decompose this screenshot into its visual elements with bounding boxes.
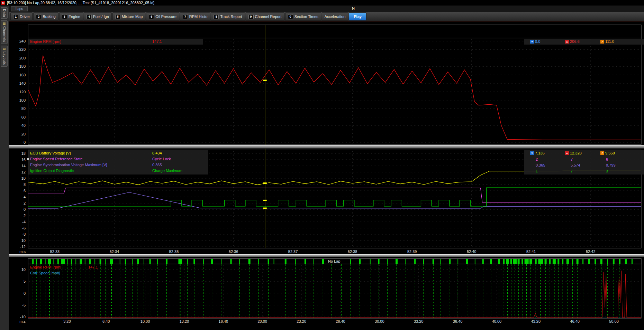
- max-icon: ▲: [565, 151, 569, 155]
- key-9-badge: 9: [248, 14, 254, 19]
- tab-track-report[interactable]: 8Track Report: [211, 12, 245, 21]
- mean-icon: ↗: [600, 151, 604, 155]
- key-7-badge: 7: [183, 14, 188, 19]
- svg-text:16:40: 16:40: [219, 319, 228, 323]
- svg-text:2: 2: [24, 201, 26, 205]
- charts-canvas: 02040608010012014016018020022024052:3352…: [9, 21, 644, 330]
- svg-text:100: 100: [19, 98, 26, 102]
- title-bar: M [53:10.200] No Lap,20:38:02, 16/12/202…: [0, 0, 644, 6]
- min-icon: ▼: [530, 151, 534, 155]
- svg-text:10: 10: [21, 267, 26, 272]
- svg-text:5: 5: [24, 279, 26, 283]
- overview-speed-label[interactable]: Corr Speed [mph]: [30, 271, 60, 275]
- svg-text:0: 0: [24, 207, 26, 211]
- channels-icon: ▦: [3, 22, 6, 25]
- svg-text:-10: -10: [20, 238, 26, 243]
- ref-state-mean: 6: [606, 157, 608, 162]
- sidebar-tab-data[interactable]: Data: [1, 7, 8, 19]
- svg-text:-4: -4: [22, 220, 26, 224]
- svg-text:52:39: 52:39: [407, 249, 417, 254]
- svg-text:52:41: 52:41: [526, 249, 536, 254]
- battery-max-stat: ▲ 12.328: [565, 151, 582, 155]
- channel-label-sync-voltage[interactable]: Engine Synchronisation Voltage Maximum […: [30, 162, 107, 167]
- chart-area: 02040608010012014016018020022024052:3352…: [9, 21, 644, 330]
- svg-text:52:36: 52:36: [229, 249, 238, 254]
- svg-text:6: 6: [24, 189, 26, 193]
- tab-channel-report[interactable]: 9Channel Report: [246, 12, 284, 21]
- ref-state-max: 7: [571, 157, 573, 162]
- svg-text:52:37: 52:37: [288, 249, 298, 254]
- tab-rpm-histo[interactable]: 7RPM Histo: [180, 12, 210, 21]
- svg-text:-5: -5: [22, 303, 26, 307]
- svg-text:52:42: 52:42: [586, 249, 596, 254]
- svg-text:0: 0: [24, 291, 26, 295]
- sidebar-tab-layouts-label: Layouts: [2, 51, 6, 65]
- ign-min: 1: [536, 169, 538, 173]
- tab-acceleration[interactable]: Acceleration: [322, 12, 348, 21]
- svg-text:52:35: 52:35: [169, 249, 179, 254]
- svg-text:4: 4: [24, 195, 26, 199]
- svg-text:200: 200: [19, 56, 26, 60]
- tab-driver[interactable]: 1Driver: [10, 12, 33, 21]
- tab-mixture-map[interactable]: 5Mixture Map: [112, 12, 146, 21]
- sidebar-tab-channels-label: Channels: [2, 26, 6, 42]
- key-8-badge: 8: [214, 14, 219, 19]
- svg-text:220: 220: [19, 47, 26, 51]
- svg-text:-10: -10: [20, 315, 26, 319]
- svg-text:-12: -12: [20, 245, 26, 249]
- lap-indicator: N: [352, 6, 355, 10]
- rpm-channel-label[interactable]: Engine RPM [rpm]: [30, 39, 61, 44]
- ign-mean: 3: [606, 169, 608, 173]
- battery-min-stat: ▼ 7.136: [530, 151, 545, 155]
- channel-label-ref-state[interactable]: Engine Speed Reference State: [30, 157, 83, 161]
- svg-text:26:40: 26:40: [336, 319, 345, 323]
- tab-section-times[interactable]: 0Section Times: [285, 12, 321, 21]
- sidebar-tab-layouts[interactable]: ▤ Layouts: [1, 46, 8, 67]
- channel-value-sync-voltage: 0.365: [152, 162, 162, 167]
- channel-label-ignition-diag[interactable]: Ignition Output Diagnostic: [30, 168, 74, 173]
- rpm-cursor-value: 147.1: [152, 39, 162, 44]
- channel-label-battery[interactable]: ECU Battery Voltage [V]: [30, 151, 71, 155]
- svg-text:m:s: m:s: [19, 319, 26, 323]
- svg-text:120: 120: [19, 90, 26, 94]
- svg-text:60: 60: [21, 115, 26, 119]
- sidebar-tab-channels[interactable]: ▦ Channels: [1, 20, 8, 44]
- left-dock-bar: Data ▦ Channels ▤ Layouts: [0, 6, 9, 330]
- panel-separator-2[interactable]: [9, 254, 644, 257]
- key-5-badge: 5: [115, 14, 120, 19]
- svg-text:12: 12: [21, 170, 26, 174]
- svg-text:23:20: 23:20: [297, 319, 306, 323]
- svg-text:m:s: m:s: [19, 249, 26, 254]
- svg-text:10: 10: [21, 176, 26, 180]
- svg-text:240: 240: [19, 39, 26, 43]
- tab-engine[interactable]: 3Engine: [59, 12, 83, 21]
- max-icon: ▲: [565, 40, 569, 44]
- key-3-badge: 3: [62, 14, 67, 19]
- svg-text:52:38: 52:38: [348, 249, 357, 254]
- overview-rpm-label[interactable]: Engine RPM [rpm]: [30, 265, 61, 270]
- svg-text:43:20: 43:20: [531, 319, 541, 323]
- motec-i2-window: M [53:10.200] No Lap,20:38:02, 16/12/202…: [0, 0, 644, 330]
- channel-value-battery: 8.434: [152, 151, 162, 155]
- key-0-badge: 0: [288, 14, 293, 19]
- svg-text:20:00: 20:00: [257, 319, 267, 323]
- svg-text:3:20: 3:20: [63, 319, 71, 323]
- svg-text:14: 14: [21, 164, 26, 168]
- tab-fuel-ign[interactable]: 4Fuel / Ign: [84, 12, 112, 21]
- svg-text:13:20: 13:20: [180, 319, 189, 323]
- panel-separator-1[interactable]: [9, 145, 644, 149]
- tab-play[interactable]: Play: [349, 12, 366, 21]
- tab-oil-pressure[interactable]: 6Oil Pressure: [146, 12, 179, 21]
- svg-text:18: 18: [21, 151, 26, 155]
- svg-text:0: 0: [24, 140, 26, 144]
- tab-braking[interactable]: 2Braking: [33, 12, 58, 21]
- worksheet-toolbar: 1Driver 2Braking 3Engine 4Fuel / Ign 5Mi…: [9, 12, 644, 22]
- svg-text:10:00: 10:00: [140, 319, 150, 323]
- svg-text:16: 16: [21, 158, 26, 162]
- rpm-stats-bg: [524, 39, 644, 45]
- laps-tab[interactable]: Laps: [11, 6, 28, 11]
- layouts-icon: ▤: [3, 47, 6, 50]
- channel-value-ignition-diag: Charge Maximum: [152, 168, 182, 173]
- overview-rpm-value: 147.1: [88, 265, 98, 270]
- ref-state-min: 2: [536, 157, 538, 162]
